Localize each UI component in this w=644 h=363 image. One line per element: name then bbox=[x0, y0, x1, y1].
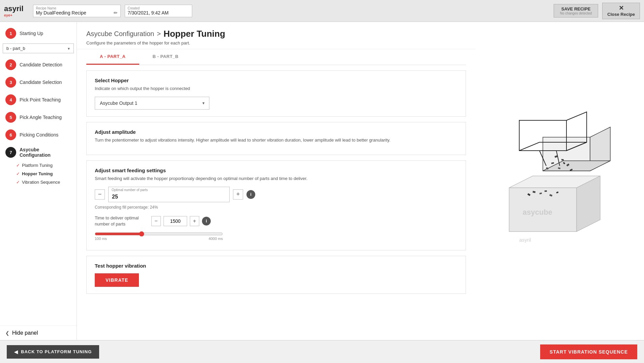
recipe-name-input[interactable] bbox=[36, 10, 114, 16]
content-subtitle: Configure the parameters of the hopper f… bbox=[86, 40, 466, 46]
sidebar-item-pick-point[interactable]: 4 Pick Point Teaching bbox=[0, 91, 77, 109]
check-icon-vibration: ✓ bbox=[16, 180, 20, 185]
part-select[interactable]: b - part_b bbox=[3, 43, 74, 53]
hopper-select[interactable]: Asycube Output 1 Asycube Output 2 bbox=[95, 97, 209, 110]
content-body: A - PART_A B - PART_B Select Hopper Indi… bbox=[77, 49, 475, 340]
recipe-name-field[interactable]: Recipe Name ✏ bbox=[33, 5, 121, 17]
smart-feeding-desc: Smart feeding will activate the hopper p… bbox=[95, 175, 458, 182]
optimal-info-icon[interactable]: i bbox=[246, 190, 255, 199]
sidebar-label-picking-conditions: Picking Conditions bbox=[20, 132, 58, 138]
slider-row: 100 ms 4000 ms bbox=[95, 231, 223, 241]
smart-feeding-title: Adjust smart feeding settings bbox=[95, 168, 458, 173]
adjust-amplitude-title: Adjust amplitude bbox=[95, 129, 458, 135]
sidebar-item-asycube-config[interactable]: 7 Asycube Configuration bbox=[0, 144, 77, 161]
optimal-parts-row: − Optimal number of parts + i bbox=[95, 187, 458, 202]
tabs: A - PART_A B - PART_B bbox=[86, 49, 466, 65]
deliver-label: Time to deliver optimal number of parts bbox=[95, 215, 149, 227]
sidebar-label-candidate-detection: Candidate Detection bbox=[20, 62, 62, 67]
start-vibration-button[interactable]: START VIBRATION SEQUENCE bbox=[540, 344, 637, 359]
hide-panel-label: Hide panel bbox=[12, 330, 38, 336]
slider-min-label: 100 ms bbox=[95, 237, 107, 241]
step-circle-2: 2 bbox=[5, 59, 16, 70]
breadcrumb-current: Hopper Tuning bbox=[164, 29, 225, 39]
sidebar-item-candidate-detection[interactable]: 2 Candidate Detection bbox=[0, 56, 77, 73]
chevron-left-icon: ❮ bbox=[5, 330, 9, 336]
no-changes-label: No changes detected bbox=[560, 11, 592, 15]
sub-item-platform-tuning[interactable]: ✓ Platform Tuning bbox=[16, 161, 77, 170]
bottom-bar: ◀ BACK TO PLATFORM TUNING START VIBRATIO… bbox=[0, 340, 644, 363]
smart-feeding-section: Adjust smart feeding settings Smart feed… bbox=[86, 160, 466, 250]
sub-items: ✓ Platform Tuning ✓ Hopper Tuning ✓ Vibr… bbox=[0, 161, 77, 186]
deliver-info-icon[interactable]: i bbox=[202, 217, 211, 225]
check-icon-platform: ✓ bbox=[16, 163, 20, 168]
part-dropdown[interactable]: b - part_b bbox=[3, 43, 74, 53]
save-recipe-button[interactable]: SAVE RECIPE No changes detected bbox=[554, 4, 598, 18]
adjust-amplitude-section: Adjust amplitude Turn the potentiometer … bbox=[86, 122, 466, 155]
vibrate-button[interactable]: VIBRATE bbox=[95, 273, 139, 287]
step-circle-5: 5 bbox=[5, 112, 16, 123]
created-field: Created 7/30/2021, 9:42 AM bbox=[125, 5, 192, 17]
select-hopper-section: Select Hopper Indicate on which output t… bbox=[86, 70, 466, 117]
close-recipe-button[interactable]: ✕ Close Recipe bbox=[602, 3, 640, 19]
adjust-amplitude-desc: Turn the potentiometer to adjust vibrati… bbox=[95, 137, 458, 144]
sub-label-vibration-sequence: Vibration Sequence bbox=[22, 180, 60, 185]
edit-icon[interactable]: ✏ bbox=[114, 10, 118, 16]
tab-part-a[interactable]: A - PART_A bbox=[86, 49, 139, 65]
main-layout: 1 Starting Up b - part_b 2 Candidate Det… bbox=[0, 22, 644, 340]
sub-item-hopper-tuning[interactable]: ✓ Hopper Tuning bbox=[16, 170, 77, 178]
sidebar-label-pick-angle: Pick Angle Teaching bbox=[20, 115, 62, 120]
close-recipe-label: Close Recipe bbox=[607, 12, 635, 17]
sidebar-bottom[interactable]: ❮ Hide panel bbox=[0, 326, 77, 340]
time-slider[interactable] bbox=[95, 231, 223, 237]
step-circle-6: 6 bbox=[5, 129, 16, 140]
sidebar-item-starting-up[interactable]: 1 Starting Up bbox=[0, 25, 77, 42]
sidebar-label-candidate-selection: Candidate Selection bbox=[20, 80, 62, 85]
step-circle-1: 1 bbox=[5, 28, 16, 39]
sidebar-nav: 1 Starting Up b - part_b 2 Candidate Det… bbox=[0, 22, 77, 326]
back-arrow-icon: ◀ bbox=[14, 349, 18, 355]
fill-percent-label: Corresponding fill percentage: 24% bbox=[95, 205, 458, 210]
slider-max-label: 4000 ms bbox=[209, 237, 223, 241]
logo-sub: eye+ bbox=[4, 13, 12, 17]
content-area: Asycube Configuration > Hopper Tuning Co… bbox=[77, 22, 475, 340]
sidebar-label-asycube-config: Asycube Configuration bbox=[20, 147, 71, 158]
sidebar: 1 Starting Up b - part_b 2 Candidate Det… bbox=[0, 22, 77, 340]
sidebar-label-pick-point: Pick Point Teaching bbox=[20, 97, 61, 102]
save-recipe-label: SAVE RECIPE bbox=[561, 6, 590, 11]
tab-part-b[interactable]: B - PART_B bbox=[139, 49, 192, 65]
content-header: Asycube Configuration > Hopper Tuning Co… bbox=[77, 22, 475, 49]
sidebar-label-starting-up: Starting Up bbox=[20, 31, 43, 36]
svg-rect-23 bbox=[545, 190, 547, 192]
created-label: Created bbox=[128, 6, 189, 10]
close-icon: ✕ bbox=[619, 5, 624, 11]
sidebar-item-picking-conditions[interactable]: 6 Picking Conditions bbox=[0, 126, 77, 144]
sidebar-item-pick-angle[interactable]: 5 Pick Angle Teaching bbox=[0, 109, 77, 126]
test-hopper-section: Test hopper vibration VIBRATE bbox=[86, 256, 466, 294]
optimal-parts-input-wrap: Optimal number of parts bbox=[108, 187, 230, 202]
sub-item-vibration-sequence[interactable]: ✓ Vibration Sequence bbox=[16, 178, 77, 186]
decrease-deliver-button[interactable]: − bbox=[151, 216, 161, 226]
increase-deliver-button[interactable]: + bbox=[190, 216, 199, 226]
logo-text: asyril bbox=[4, 4, 24, 13]
created-value: 7/30/2021, 9:42 AM bbox=[128, 10, 189, 16]
step-circle-7: 7 bbox=[5, 147, 16, 158]
breadcrumb: Asycube Configuration > Hopper Tuning bbox=[86, 29, 466, 39]
increase-optimal-button[interactable]: + bbox=[233, 189, 243, 200]
svg-text:asycube: asycube bbox=[523, 208, 552, 216]
sub-label-platform-tuning: Platform Tuning bbox=[22, 163, 53, 168]
topbar: asyril eye+ Recipe Name ✏ Created 7/30/2… bbox=[0, 0, 644, 22]
step-circle-4: 4 bbox=[5, 94, 16, 105]
select-hopper-title: Select Hopper bbox=[95, 78, 458, 83]
deliver-input[interactable] bbox=[164, 216, 187, 226]
check-icon-hopper: ✓ bbox=[16, 171, 20, 176]
decrease-optimal-button[interactable]: − bbox=[95, 189, 105, 200]
step-circle-3: 3 bbox=[5, 77, 16, 88]
svg-text:asyril: asyril bbox=[519, 237, 531, 243]
logo: asyril eye+ bbox=[4, 4, 24, 17]
back-to-platform-button[interactable]: ◀ BACK TO PLATFORM TUNING bbox=[7, 345, 99, 359]
sidebar-item-candidate-selection[interactable]: 3 Candidate Selection bbox=[0, 73, 77, 91]
hopper-select-wrapper[interactable]: Asycube Output 1 Asycube Output 2 bbox=[95, 97, 209, 110]
breadcrumb-parent: Asycube Configuration bbox=[86, 30, 154, 38]
back-btn-label: BACK TO PLATFORM TUNING bbox=[21, 349, 92, 354]
illustration-area: asycube asyril bbox=[475, 22, 644, 340]
